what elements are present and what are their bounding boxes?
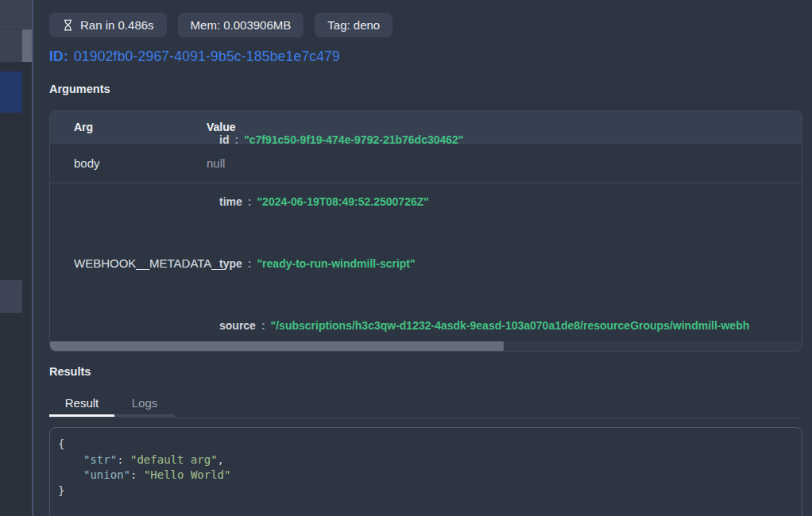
table-scrollbar-thumb[interactable] bbox=[50, 341, 504, 351]
table-row-webhook-metadata: WEBHOOK__METADATA__ { id:"c7f91c50-9f19-… bbox=[50, 183, 802, 342]
run-stats-badges: Ran in 0.486s Mem: 0.003906MB Tag: deno bbox=[49, 13, 392, 37]
result-close-brace: } bbox=[58, 483, 794, 499]
json-entry-id: id:"c7f91c50-9f19-474e-9792-21b76dc30462… bbox=[207, 129, 802, 150]
result-line-str: "str": "default arg", bbox=[58, 452, 794, 468]
json-entry-source: source:"/subscriptions/h3c3qw-d1232-4asd… bbox=[207, 315, 802, 336]
tab-result[interactable]: Result bbox=[49, 391, 114, 417]
duration-badge-label: Ran in 0.486s bbox=[80, 18, 154, 32]
left-panel-scrollbar-thumb[interactable] bbox=[22, 29, 32, 62]
tag-badge-label: Tag: deno bbox=[327, 18, 380, 32]
tabs-divider bbox=[49, 418, 802, 418]
table-horizontal-scrollbar[interactable] bbox=[50, 341, 802, 351]
results-section-title: Results bbox=[49, 365, 91, 378]
job-id-value[interactable]: 01902fb0-2967-4091-9b5c-185be1e7c479 bbox=[74, 48, 340, 64]
arg-name: body bbox=[50, 156, 207, 170]
arguments-section-title: Arguments bbox=[49, 83, 110, 95]
job-id-label: ID: bbox=[49, 48, 68, 64]
results-tabs: Result Logs bbox=[49, 391, 175, 417]
duration-badge: Ran in 0.486s bbox=[49, 13, 167, 37]
graph-node[interactable] bbox=[0, 280, 22, 313]
left-panel-strip bbox=[0, 0, 32, 516]
job-id-line: ID:01902fb0-2967-4091-9b5c-185be1e7c479 bbox=[49, 48, 340, 65]
result-json-viewer: { "str": "default arg", "union": "Hello … bbox=[49, 427, 802, 516]
memory-badge-label: Mem: 0.003906MB bbox=[191, 18, 292, 32]
memory-badge: Mem: 0.003906MB bbox=[178, 13, 304, 37]
column-header-arg: Arg bbox=[50, 121, 207, 133]
graph-node-selected[interactable] bbox=[0, 71, 22, 113]
arg-value-object: { id:"c7f91c50-9f19-474e-9792-21b76dc304… bbox=[207, 110, 802, 352]
left-panel-block bbox=[0, 29, 22, 62]
arg-name: WEBHOOK__METADATA__ bbox=[50, 256, 207, 270]
tag-badge: Tag: deno bbox=[315, 13, 392, 37]
hourglass-icon bbox=[62, 19, 74, 31]
left-panel-header-block bbox=[0, 0, 32, 29]
result-line-union: "union": "Hello World" bbox=[58, 468, 794, 483]
json-entry-type: type:"ready-to-run-windmill-script" bbox=[207, 253, 802, 274]
arguments-table: Arg Value body null WEBHOOK__METADATA__ … bbox=[49, 110, 802, 352]
json-entry-time: time:"2024-06-19T08:49:52.2500726Z" bbox=[207, 191, 802, 212]
run-detail-page: Ran in 0.486s Mem: 0.003906MB Tag: deno … bbox=[0, 0, 812, 516]
result-open-brace: { bbox=[58, 437, 794, 452]
tab-logs[interactable]: Logs bbox=[114, 391, 175, 417]
panel-divider[interactable] bbox=[32, 0, 33, 516]
